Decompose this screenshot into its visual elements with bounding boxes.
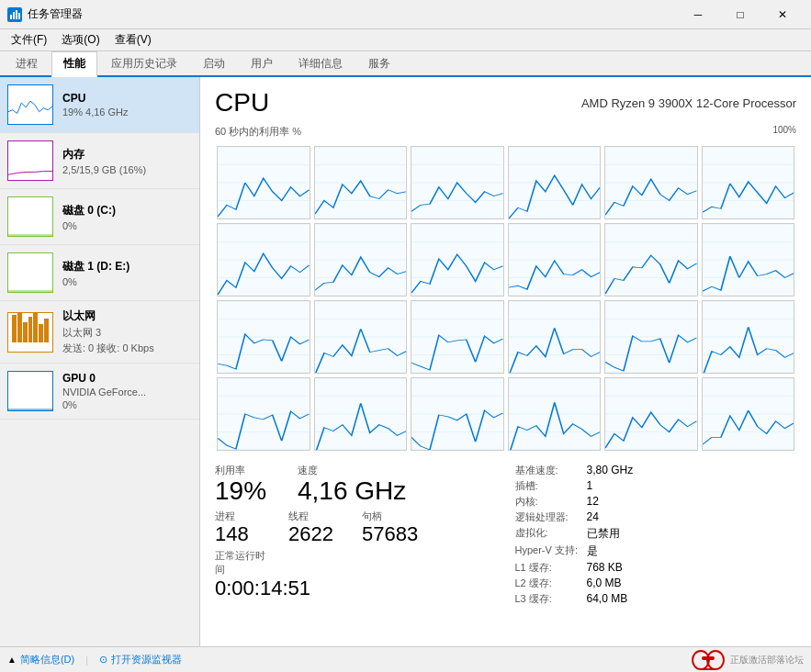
window-controls: ─ □ ✕ <box>677 0 804 29</box>
util-value: 19% <box>215 477 270 506</box>
status-bar: ▲ 简略信息(D) | ⊙ 打开资源监视器 正版激活部落论坛 <box>0 646 811 672</box>
cpu-header: CPU AMD Ryzen 9 3900X 12-Core Processor <box>215 88 796 118</box>
core-cell-2 <box>411 146 504 219</box>
minimize-button[interactable]: ─ <box>677 0 719 29</box>
graph-label: 60 秒内的利用率 % <box>215 125 301 139</box>
l3-value: 64,0 MB <box>587 592 797 606</box>
uptime-value: 0:00:14:51 <box>215 577 497 600</box>
sidebar-item-disk0[interactable]: 磁盘 0 (C:) 0% <box>0 189 199 245</box>
processor-name: AMD Ryzen 9 3900X 12-Core Processor <box>581 96 796 110</box>
close-button[interactable]: ✕ <box>761 0 804 29</box>
core-cell-20 <box>411 377 504 451</box>
sidebar-item-ethernet[interactable]: 以太网 以太网 3 发送: 0 接收: 0 Kbps <box>0 301 199 364</box>
watermark: 正版激活部落论坛 <box>692 649 804 671</box>
speed-value: 4,16 GHz <box>298 477 406 506</box>
tab-services[interactable]: 服务 <box>356 51 402 75</box>
tab-users[interactable]: 用户 <box>239 51 285 75</box>
core-cell-4 <box>604 146 698 219</box>
thread-label: 线程 <box>288 510 344 523</box>
svg-rect-127 <box>702 656 715 660</box>
menu-file[interactable]: 文件(F) <box>4 30 54 50</box>
ethernet-detail1: 以太网 3 <box>62 326 192 340</box>
tab-app-history[interactable]: 应用历史记录 <box>99 51 189 75</box>
gpu-thumbnail <box>7 371 53 411</box>
disk1-info: 磁盘 1 (D: E:) 0% <box>62 259 192 287</box>
process-label: 进程 <box>215 510 270 523</box>
sidebar-item-cpu[interactable]: CPU 19% 4,16 GHz <box>0 77 199 133</box>
base-speed-label: 基准速度: <box>515 464 580 477</box>
gpu-detail2: 0% <box>62 399 192 410</box>
virtu-label: 虚拟化: <box>515 526 580 542</box>
cores-label: 内核: <box>515 495 580 509</box>
ethernet-detail2: 发送: 0 接收: 0 Kbps <box>62 342 192 355</box>
core-cell-15 <box>508 300 602 374</box>
title-bar-text: 任务管理器 <box>28 6 677 22</box>
handle-value: 57683 <box>362 523 418 545</box>
tab-bar: 进程 性能 应用历史记录 启动 用户 详细信息 服务 <box>0 51 811 77</box>
tab-processes[interactable]: 进程 <box>4 51 50 75</box>
cpu-detail: 19% 4,16 GHz <box>62 106 192 118</box>
disk1-detail: 0% <box>62 276 192 287</box>
l2-label: L2 缓存: <box>515 577 580 590</box>
core-cell-16 <box>604 300 698 374</box>
content-area: CPU AMD Ryzen 9 3900X 12-Core Processor … <box>200 77 811 646</box>
l1-value: 768 KB <box>587 561 797 575</box>
logical-label: 逻辑处理器: <box>515 510 580 524</box>
memory-info: 内存 2,5/15,9 GB (16%) <box>62 147 192 175</box>
disk1-thumbnail <box>7 252 53 293</box>
tab-performance[interactable]: 性能 <box>51 51 97 77</box>
core-cell-5 <box>702 146 795 219</box>
sockets-label: 插槽: <box>515 479 580 493</box>
tab-startup[interactable]: 启动 <box>191 51 237 75</box>
sidebar: CPU 19% 4,16 GHz 内存 2,5/15,9 GB (16%) <box>0 77 200 646</box>
l3-label: L3 缓存: <box>515 592 580 606</box>
menu-view[interactable]: 查看(V) <box>107 30 159 50</box>
gpu-detail1: NVIDIA GeForce... <box>62 386 192 398</box>
sidebar-item-gpu[interactable]: GPU 0 NVIDIA GeForce... 0% <box>0 364 199 420</box>
process-value: 148 <box>215 523 270 545</box>
maximize-button[interactable]: □ <box>719 0 761 29</box>
uptime-label: 正常运行时间 <box>215 549 270 577</box>
core-cell-23 <box>702 377 795 451</box>
sidebar-item-disk1[interactable]: 磁盘 1 (D: E:) 0% <box>0 245 199 301</box>
page-title: CPU <box>215 88 269 118</box>
cpu-info: CPU 19% 4,16 GHz <box>62 92 192 118</box>
summary-link[interactable]: 简略信息(D) <box>20 653 74 666</box>
stats-right: 基准速度: 3,80 GHz 插槽: 1 内核: 12 逻辑处理器: 24 虚拟… <box>515 464 797 606</box>
ethernet-thumbnail <box>7 312 53 353</box>
core-cell-0 <box>217 146 310 219</box>
ethernet-info: 以太网 以太网 3 发送: 0 接收: 0 Kbps <box>62 308 192 355</box>
sidebar-item-memory[interactable]: 内存 2,5/15,9 GB (16%) <box>0 133 199 189</box>
cpu-thumbnail <box>7 84 53 125</box>
memory-thumbnail <box>7 140 53 181</box>
memory-name: 内存 <box>62 147 192 162</box>
chevron-icon: ▲ <box>7 655 17 665</box>
hyperv-value: 是 <box>587 543 797 559</box>
svg-rect-1 <box>10 15 12 19</box>
core-cell-11 <box>702 223 795 297</box>
core-cell-18 <box>217 377 310 451</box>
stats-section: 利用率 19% 速度 4,16 GHz 进程 148 线程 2 <box>215 464 796 606</box>
disk0-thumbnail <box>7 196 53 237</box>
gpu-name: GPU 0 <box>62 372 192 385</box>
main-layout: CPU 19% 4,16 GHz 内存 2,5/15,9 GB (16%) <box>0 77 811 646</box>
title-bar: 任务管理器 ─ □ ✕ <box>0 0 811 29</box>
tab-details[interactable]: 详细信息 <box>287 51 355 75</box>
resource-monitor-link[interactable]: 打开资源监视器 <box>111 653 182 666</box>
memory-detail: 2,5/15,9 GB (16%) <box>62 164 192 175</box>
base-speed-value: 3,80 GHz <box>587 464 797 477</box>
core-cell-3 <box>508 146 602 219</box>
handle-label: 句柄 <box>362 510 417 523</box>
core-cell-8 <box>411 223 504 297</box>
logical-value: 24 <box>587 510 797 524</box>
core-cell-12 <box>217 300 310 374</box>
cpu-name: CPU <box>62 92 192 105</box>
menu-options[interactable]: 选项(O) <box>54 30 107 50</box>
status-bar-left: ▲ 简略信息(D) | ⊙ 打开资源监视器 <box>7 653 692 666</box>
graph-header: 60 秒内的利用率 % 100% <box>215 125 796 142</box>
core-cell-6 <box>217 223 310 297</box>
virtu-value: 已禁用 <box>587 526 797 542</box>
core-cell-21 <box>508 377 602 451</box>
speed-label: 速度 <box>298 464 353 477</box>
stats-left: 利用率 19% 速度 4,16 GHz 进程 148 线程 2 <box>215 464 497 606</box>
